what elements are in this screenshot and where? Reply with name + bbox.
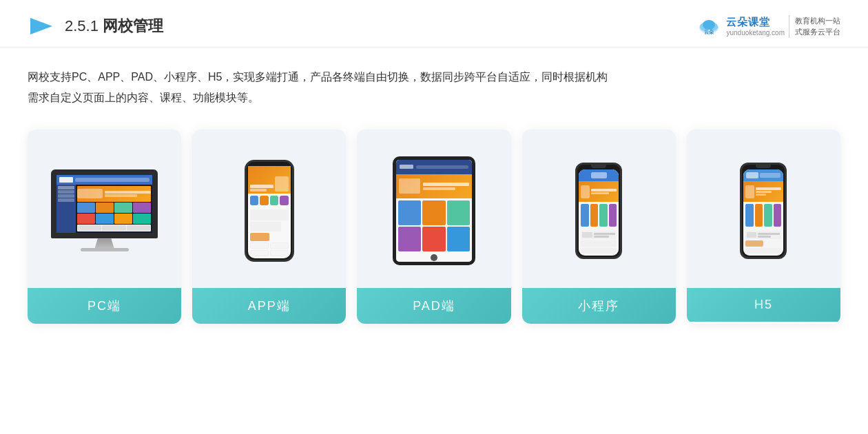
card-app-image [192,130,346,288]
logo-arrow-icon [28,12,55,40]
header: 2.5.1 网校管理 云朵 云朵课堂 yunduoketang.com 教育机构… [0,0,868,48]
card-miniprogram-image [522,130,676,288]
card-miniprogram: 小程序 [522,130,676,324]
card-h5: H5 [687,130,840,324]
svg-marker-0 [30,18,52,34]
svg-point-4 [703,20,715,30]
pad-mockup [393,156,475,265]
card-app: APP端 [192,130,346,324]
brand-name: 云朵课堂 [726,16,785,29]
brand-cloud-icon: 云朵 [696,13,722,39]
brand-url: yunduoketang.com [726,29,785,37]
card-app-label: APP端 [192,288,346,324]
description-line1: 网校支持PC、APP、PAD、小程序、H5，实现多端打通，产品各终端自由切换，数… [28,67,840,87]
miniprogram-phone [575,163,622,259]
page: 2.5.1 网校管理 云朵 云朵课堂 yunduoketang.com 教育机构… [0,0,868,434]
card-h5-image [687,130,840,288]
card-miniprogram-label: 小程序 [522,288,676,324]
page-title: 2.5.1 网校管理 [65,16,163,37]
header-left: 2.5.1 网校管理 [28,12,163,40]
brand-text: 云朵课堂 yunduoketang.com [726,16,785,37]
card-pc: PC端 [28,130,181,324]
card-pad-image [357,130,510,288]
app-phone-mockup [245,160,294,262]
card-pc-label: PC端 [28,288,181,324]
card-h5-label: H5 [687,288,840,322]
brand-slogan: 教育机构一站 式服务云平台 [789,15,840,38]
svg-text:云朵: 云朵 [704,30,714,34]
card-pad-label: PAD端 [357,288,510,324]
pc-screen [51,169,158,238]
h5-phone [740,163,787,259]
card-pad: PAD端 [357,130,510,324]
brand-logo: 云朵 云朵课堂 yunduoketang.com 教育机构一站 式服务云平台 [696,13,840,39]
description-block: 网校支持PC、APP、PAD、小程序、H5，实现多端打通，产品各终端自由切换，数… [0,48,868,116]
cards-section: PC端 [0,116,868,338]
card-pc-image [28,130,181,288]
description-line2: 需求自定义页面上的内容、课程、功能模块等。 [28,87,840,108]
